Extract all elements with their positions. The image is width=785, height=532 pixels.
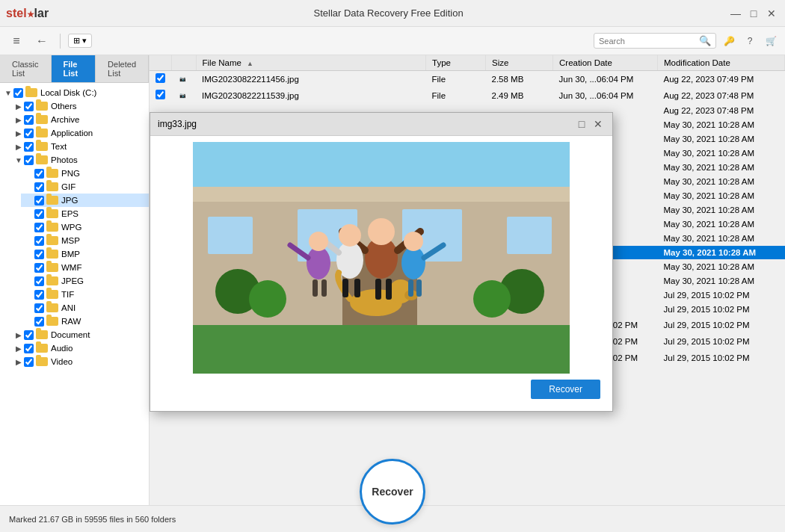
tree-indent-others: Others xyxy=(0,99,149,113)
tree-item-video[interactable]: Video xyxy=(10,355,149,368)
tree-checkbox-local-disk[interactable] xyxy=(13,88,23,98)
tree-item-archive[interactable]: Archive xyxy=(10,113,149,126)
tree-arrow-photos[interactable] xyxy=(13,155,24,165)
dialog-maximize-button[interactable]: □ xyxy=(575,117,588,131)
file-row-type: File xyxy=(426,87,486,104)
tree-checkbox-photos[interactable] xyxy=(24,155,34,165)
tree-item-others[interactable]: Others xyxy=(10,99,149,113)
tree-label-eps: EPS xyxy=(61,209,78,218)
col-size-header[interactable]: Size xyxy=(486,55,553,71)
col-type-header[interactable]: Type xyxy=(426,55,486,71)
file-row-name: IMG20230822211456.jpg xyxy=(196,71,426,87)
dialog-close-button[interactable]: ✕ xyxy=(591,117,605,131)
tab-deleted-list[interactable]: Deleted List xyxy=(96,55,149,82)
tree-item-gif[interactable]: GIF xyxy=(21,180,149,194)
tree-checkbox-wpg[interactable] xyxy=(34,223,44,232)
col-modification-header[interactable]: Modification Date xyxy=(658,55,785,71)
tree-arrow-local-disk[interactable] xyxy=(3,87,13,98)
title-bar: stel★lar Stellar Data Recovery Free Edit… xyxy=(0,0,785,27)
tab-file-list[interactable]: File List xyxy=(52,55,96,82)
tree-checkbox-bmp[interactable] xyxy=(34,250,44,259)
cart-icon[interactable]: 🛒 xyxy=(763,33,779,49)
recover-dialog-button[interactable]: Recover xyxy=(531,380,600,399)
maximize-button[interactable]: □ xyxy=(746,6,761,21)
file-row-creation: Jun 30, ...06:04 PM xyxy=(553,87,658,104)
file-row-modification: Jul 29, 2015 10:02 PM xyxy=(658,333,785,350)
view-selector[interactable]: ⊞ ▾ xyxy=(68,34,92,48)
tree-item-photos[interactable]: Photos xyxy=(10,153,149,167)
tree-label-text: Text xyxy=(51,142,67,151)
back-button[interactable]: ← xyxy=(31,31,52,52)
table-row[interactable]: 📷IMG20230822211539.jpgFile2.49 MBJun 30,… xyxy=(150,87,785,104)
tree-checkbox-png[interactable] xyxy=(34,169,44,179)
tree-checkbox-application[interactable] xyxy=(24,129,34,138)
tree-item-local-disk[interactable]: Local Disk (C:) xyxy=(0,86,149,99)
tree-checkbox-raw[interactable] xyxy=(34,317,44,327)
tree-arrow-archive[interactable] xyxy=(13,114,24,125)
tree-item-ani[interactable]: ANI xyxy=(21,301,149,315)
tree-checkbox-ani[interactable] xyxy=(34,303,44,313)
folder-icon-audio xyxy=(36,344,48,353)
tree-checkbox-others[interactable] xyxy=(24,102,34,111)
tab-classic-list[interactable]: Classic List xyxy=(0,55,52,82)
tree-checkbox-text[interactable] xyxy=(24,142,34,152)
tree-arrow-video[interactable] xyxy=(13,356,24,367)
tree-checkbox-tif[interactable] xyxy=(34,290,44,300)
search-input[interactable] xyxy=(599,37,696,46)
minimize-button[interactable]: — xyxy=(728,6,743,21)
col-filename-header[interactable]: File Name ▲ xyxy=(196,55,426,71)
tree-label-png: PNG xyxy=(61,169,80,178)
tree-arrow-text[interactable] xyxy=(13,141,24,152)
tree-item-jpeg[interactable]: JPEG xyxy=(21,274,149,288)
file-row-modification: May 30, 2021 10:28 AM xyxy=(658,132,785,146)
menu-button[interactable]: ≡ xyxy=(6,31,27,52)
file-tree: Local Disk (C:) Others Archive xyxy=(0,83,149,371)
file-row-checkbox[interactable] xyxy=(156,73,165,83)
tree-item-jpg[interactable]: JPG xyxy=(21,194,149,207)
tree-checkbox-jpeg[interactable] xyxy=(34,276,44,286)
tree-item-eps[interactable]: EPS xyxy=(21,207,149,220)
tree-item-application[interactable]: Application xyxy=(10,126,149,140)
file-row-checkbox[interactable] xyxy=(156,90,165,99)
tree-item-tif[interactable]: TIF xyxy=(21,288,149,301)
tree-item-wpg[interactable]: WPG xyxy=(21,220,149,234)
tree-item-msp[interactable]: MSP xyxy=(21,234,149,247)
tree-checkbox-eps[interactable] xyxy=(34,209,44,219)
tree-arrow-application[interactable] xyxy=(13,128,24,138)
folder-icon-photos xyxy=(36,155,48,164)
file-row-modification: May 30, 2021 10:28 AM xyxy=(658,203,785,217)
title-bar-left: stel★lar xyxy=(6,7,49,20)
table-row[interactable]: 📷IMG20230822211456.jpgFile2.58 MBJun 30,… xyxy=(150,71,785,87)
tree-arrow-others[interactable] xyxy=(13,101,24,111)
tree-item-text[interactable]: Text xyxy=(10,140,149,153)
file-row-size: 2.58 MB xyxy=(486,71,553,87)
tree-item-png[interactable]: PNG xyxy=(21,167,149,180)
tree-checkbox-msp[interactable] xyxy=(34,236,44,246)
tree-arrow-document[interactable] xyxy=(13,330,24,340)
tree-checkbox-audio[interactable] xyxy=(24,344,34,353)
close-button[interactable]: ✕ xyxy=(764,6,779,21)
tree-checkbox-jpg[interactable] xyxy=(34,196,44,205)
tree-checkbox-wmf[interactable] xyxy=(34,263,44,273)
status-text: Marked 21.67 GB in 59595 files in 560 fo… xyxy=(9,515,176,524)
tree-item-document[interactable]: Document xyxy=(10,328,149,341)
tree-checkbox-document[interactable] xyxy=(24,330,34,340)
tree-indent-bmp: BMP xyxy=(10,247,149,261)
svg-rect-30 xyxy=(354,279,360,297)
tree-item-raw[interactable]: RAW xyxy=(21,315,149,328)
tree-checkbox-archive[interactable] xyxy=(24,115,34,125)
tree-item-wmf[interactable]: WMF xyxy=(21,261,149,274)
key-icon[interactable]: 🔑 xyxy=(721,33,737,49)
tree-item-bmp[interactable]: BMP xyxy=(21,247,149,261)
tree-checkbox-gif[interactable] xyxy=(34,182,44,192)
help-icon[interactable]: ? xyxy=(742,33,758,49)
tree-checkbox-video[interactable] xyxy=(24,357,34,367)
tree-label-document: Document xyxy=(51,330,90,339)
col-creation-header[interactable]: Creation Date xyxy=(553,55,658,71)
tab-bar: Classic List File List Deleted List xyxy=(0,55,149,83)
recover-main-button[interactable]: Recover xyxy=(360,459,425,525)
svg-rect-29 xyxy=(342,279,348,297)
tree-indent-raw: RAW xyxy=(10,315,149,328)
tree-item-audio[interactable]: Audio xyxy=(10,341,149,355)
tree-arrow-audio[interactable] xyxy=(13,343,24,353)
